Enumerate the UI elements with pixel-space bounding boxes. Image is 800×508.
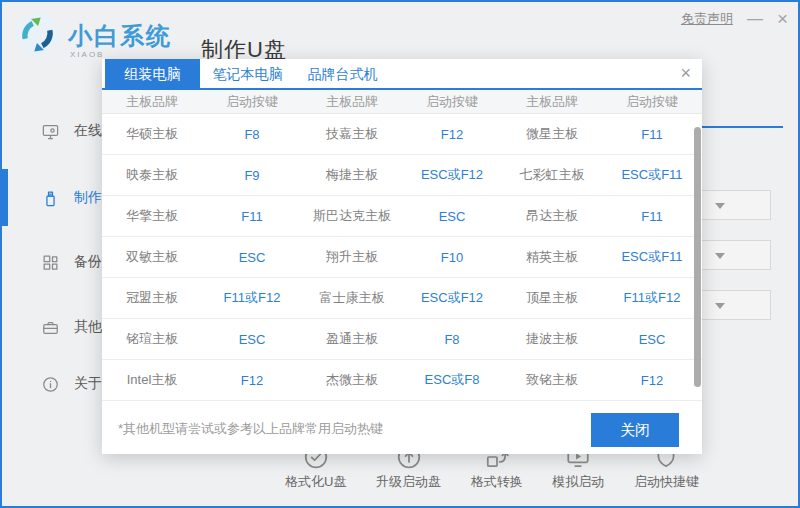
- grid-icon: [41, 253, 60, 272]
- toolbar-item-label: 升级启动盘: [376, 473, 441, 491]
- column-header: 启动按键: [602, 93, 702, 111]
- brand-cell: 翔升主板: [302, 248, 402, 266]
- app-logo-icon: [14, 11, 61, 58]
- brand-cell: 华硕主板: [102, 125, 202, 143]
- brand-cell: 富士康主板: [302, 289, 402, 307]
- brand-cell: 精英主板: [502, 248, 602, 266]
- bootkey-cell: F10: [402, 250, 502, 265]
- bootkey-cell: F9: [202, 168, 302, 183]
- bootkey-cell: ESC或F11: [602, 248, 702, 266]
- minimize-button[interactable]: —: [747, 10, 763, 28]
- brand-cell: 盈通主板: [302, 330, 402, 348]
- bootkey-cell: F12: [402, 127, 502, 142]
- toolbox-icon: [41, 318, 60, 337]
- window-close-button[interactable]: ×: [777, 10, 788, 28]
- brand-cell: 华擎主板: [102, 207, 202, 225]
- toolbar-item-label: 格式化U盘: [285, 473, 346, 491]
- bootkey-cell: F12: [602, 373, 702, 388]
- brand-cell: 微星主板: [502, 125, 602, 143]
- tab-assembled-pc[interactable]: 组装电脑: [105, 59, 200, 88]
- bootkey-cell: ESC: [202, 332, 302, 347]
- background-tab-underline: [701, 126, 783, 128]
- bootkey-cell: ESC: [202, 250, 302, 265]
- brand-cell: 致铭主板: [502, 371, 602, 389]
- brand-cell: 捷波主板: [502, 330, 602, 348]
- bootkey-cell: F11: [602, 127, 702, 142]
- boot-hotkey-dialog: 组装电脑笔记本电脑品牌台式机× 主板品牌启动按键主板品牌启动按键主板品牌启动按键…: [102, 59, 702, 454]
- brand-cell: 技嘉主板: [302, 125, 402, 143]
- bootkey-cell: ESC: [402, 209, 502, 224]
- brand-cell: Intel主板: [102, 371, 202, 389]
- chevron-down-icon: [715, 253, 725, 259]
- dialog-footer: *其他机型请尝试或参考以上品牌常用启动热键 关闭: [102, 401, 702, 454]
- table-row: 华擎主板F11斯巴达克主板ESC昂达主板F11: [102, 196, 702, 237]
- bootkey-cell: F8: [402, 332, 502, 347]
- bootkey-cell: F8: [202, 127, 302, 142]
- bootkey-cell: ESC或F11: [602, 166, 702, 184]
- table-row: 双敏主板ESC翔升主板F10精英主板ESC或F11: [102, 237, 702, 278]
- table-row: 铭瑄主板ESC盈通主板F8捷波主板ESC: [102, 319, 702, 360]
- column-header: 启动按键: [402, 93, 502, 111]
- scrollbar-thumb[interactable]: [694, 127, 701, 387]
- brand-cell: 双敏主板: [102, 248, 202, 266]
- brand-cell: 昂达主板: [502, 207, 602, 225]
- bootkey-cell: ESC或F12: [402, 289, 502, 307]
- app-title: 小白系统: [68, 20, 172, 52]
- brand-cell: 顶星主板: [502, 289, 602, 307]
- bootkey-cell: F12: [202, 373, 302, 388]
- tab-laptop[interactable]: 笔记本电脑: [200, 59, 295, 88]
- modal-tabs: 组装电脑笔记本电脑品牌台式机×: [102, 59, 702, 90]
- chevron-down-icon: [715, 203, 725, 209]
- bootkey-cell: F11: [602, 209, 702, 224]
- app-window: 小白系统 XIAOBAI 制作U盘 免责声明 — × 在线重装制作U盘备份还原其…: [0, 0, 800, 508]
- bootkey-cell: ESC: [602, 332, 702, 347]
- dialog-close-button[interactable]: 关闭: [591, 413, 679, 447]
- brand-cell: 冠盟主板: [102, 289, 202, 307]
- usb-icon: [41, 189, 60, 208]
- column-header: 主板品牌: [302, 93, 402, 111]
- bootkey-cell: F11或F12: [602, 289, 702, 307]
- table-header-row: 主板品牌启动按键主板品牌启动按键主板品牌启动按键: [102, 90, 702, 114]
- brand-cell: 斯巴达克主板: [302, 207, 402, 225]
- titlebar-controls: 免责声明 — ×: [681, 10, 788, 28]
- chevron-down-icon: [715, 303, 725, 309]
- bootkey-cell: ESC或F8: [402, 371, 502, 389]
- footer-note: *其他机型请尝试或参考以上品牌常用启动热键: [118, 420, 383, 438]
- column-header: 启动按键: [202, 93, 302, 111]
- column-header: 主板品牌: [502, 93, 602, 111]
- sidebar-active-indicator: [2, 169, 8, 226]
- hotkey-table: 华硕主板F8技嘉主板F12微星主板F11映泰主板F9梅捷主板ESC或F12七彩虹…: [102, 114, 702, 401]
- brand-cell: 铭瑄主板: [102, 330, 202, 348]
- modal-close-icon[interactable]: ×: [680, 63, 691, 84]
- bootkey-cell: F11或F12: [202, 289, 302, 307]
- table-row: Intel主板F12杰微主板ESC或F8致铭主板F12: [102, 360, 702, 401]
- monitor-icon: [41, 122, 60, 141]
- bootkey-cell: F11: [202, 209, 302, 224]
- brand-cell: 梅捷主板: [302, 166, 402, 184]
- column-header: 主板品牌: [102, 93, 202, 111]
- disclaimer-link[interactable]: 免责声明: [681, 10, 733, 28]
- brand-cell: 杰微主板: [302, 371, 402, 389]
- info-icon: [41, 375, 60, 394]
- table-row: 华硕主板F8技嘉主板F12微星主板F11: [102, 114, 702, 155]
- toolbar-item-label: 启动快捷键: [634, 473, 699, 491]
- bootkey-cell: ESC或F12: [402, 166, 502, 184]
- table-row: 映泰主板F9梅捷主板ESC或F12七彩虹主板ESC或F11: [102, 155, 702, 196]
- table-row: 冠盟主板F11或F12富士康主板ESC或F12顶星主板F11或F12: [102, 278, 702, 319]
- tab-brand-desktop[interactable]: 品牌台式机: [295, 59, 390, 88]
- toolbar-item-label: 模拟启动: [552, 473, 604, 491]
- brand-cell: 映泰主板: [102, 166, 202, 184]
- brand-cell: 七彩虹主板: [502, 166, 602, 184]
- app-title-subtext: XIAOBAI: [70, 50, 104, 59]
- toolbar-item-label: 格式转换: [471, 473, 523, 491]
